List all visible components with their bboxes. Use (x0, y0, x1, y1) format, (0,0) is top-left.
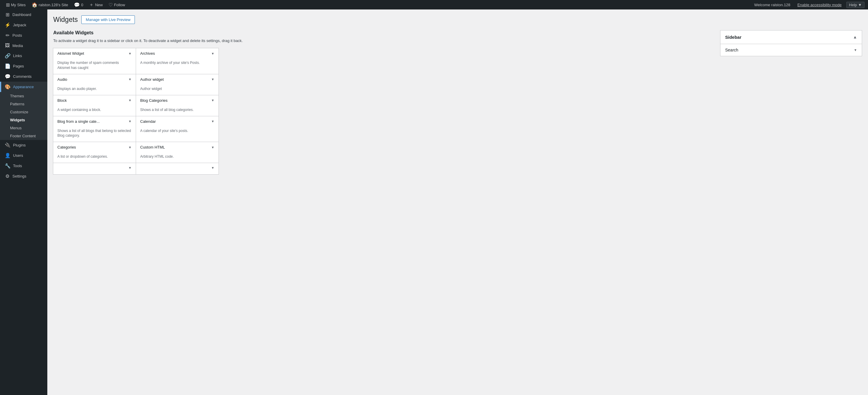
widget-blog-single[interactable]: Blog from a single cate... ▼ Shows a lis… (53, 116, 136, 142)
widget-blog-categories-header[interactable]: Blog Categories ▼ (136, 95, 219, 105)
sidebar-box: Sidebar ▲ Search ▼ (720, 30, 862, 56)
widget-extra-1-chevron: ▼ (128, 166, 132, 170)
menu-item-links[interactable]: 🔗 Links (0, 51, 47, 61)
menu-item-comments[interactable]: 💬 Comments (0, 71, 47, 82)
widget-archives[interactable]: Archives ▼ A monthly archive of your sit… (136, 48, 219, 74)
appearance-submenu: Themes Patterns Customize Widgets Menus … (0, 92, 47, 140)
enable-accessibility-label[interactable]: Enable accessibility mode (797, 3, 842, 7)
new-link[interactable]: ＋ New (87, 0, 105, 9)
pages-icon: 📄 (5, 63, 11, 69)
widget-author[interactable]: Author widget ▼ Author widget (136, 74, 219, 95)
page-header: Widgets Manage with Live Preview (53, 16, 862, 24)
widget-calendar-chevron: ▼ (211, 120, 214, 123)
menu-item-posts[interactable]: ✏ Posts (0, 30, 47, 40)
sidebar-panel: Sidebar ▲ Search ▼ (720, 30, 862, 175)
widget-block[interactable]: Block ▼ A widget containing a block. (53, 95, 136, 116)
menu-item-users[interactable]: 👤 Users (0, 150, 47, 161)
menu-label-media: Media (12, 43, 23, 48)
available-widgets-desc: To activate a widget drag it to a sideba… (53, 38, 711, 44)
users-icon: 👤 (5, 153, 11, 158)
enable-accessibility-link[interactable]: Enable accessibility mode (795, 3, 844, 7)
wp-icon: ⊞ (6, 2, 10, 8)
menu-item-plugins[interactable]: 🔌 Plugins (0, 140, 47, 150)
help-label: Help (849, 3, 857, 7)
widgets-grid: Akismet Widget ▼ Display the number of s… (53, 48, 219, 175)
widget-extra-2-header[interactable]: ▼ (136, 163, 219, 173)
media-icon: 🖼 (5, 43, 10, 48)
widget-audio-desc: Displays an audio player. (53, 85, 136, 95)
widget-akismet[interactable]: Akismet Widget ▼ Display the number of s… (53, 48, 136, 74)
widget-akismet-name: Akismet Widget (57, 51, 84, 56)
menu-label-users: Users (13, 153, 23, 158)
submenu-item-footer-content[interactable]: Footer Content (0, 132, 47, 140)
widget-audio-chevron: ▼ (128, 78, 132, 81)
widget-categories-chevron: ▼ (128, 146, 132, 149)
my-sites-label: My Sites (11, 3, 26, 7)
menu-label-tools: Tools (13, 163, 22, 168)
widget-akismet-desc: Display the number of spam comments Akis… (53, 59, 136, 74)
widget-block-header[interactable]: Block ▼ (53, 95, 136, 105)
submenu-item-widgets[interactable]: Widgets (0, 116, 47, 124)
sidebar-title: Sidebar (725, 35, 741, 40)
comments-icon: 💬 (74, 2, 80, 8)
widget-akismet-header[interactable]: Akismet Widget ▼ (53, 48, 136, 59)
widget-author-header[interactable]: Author widget ▼ (136, 74, 219, 85)
widget-extra-1[interactable]: ▼ (53, 163, 136, 175)
widget-blog-single-chevron: ▼ (128, 120, 132, 123)
widget-author-name: Author widget (140, 77, 164, 82)
available-widgets-section: Available Widgets To activate a widget d… (53, 30, 711, 175)
widget-categories[interactable]: Categories ▼ A list or dropdown of categ… (53, 142, 136, 163)
submenu-item-themes[interactable]: Themes (0, 92, 47, 100)
help-button[interactable]: Help ▼ (846, 2, 864, 8)
menu-item-tools[interactable]: 🔧 Tools (0, 161, 47, 171)
menu-label-pages: Pages (13, 64, 24, 68)
page-title: Widgets (53, 16, 78, 24)
widget-blog-categories[interactable]: Blog Categories ▼ Shows a list of all bl… (136, 95, 219, 116)
widget-categories-name: Categories (57, 145, 76, 149)
plus-icon: ＋ (89, 2, 94, 8)
follow-link[interactable]: ♡ Follow (106, 0, 127, 9)
submenu-item-patterns[interactable]: Patterns (0, 100, 47, 108)
menu-item-pages[interactable]: 📄 Pages (0, 61, 47, 71)
comments-link[interactable]: 💬 0 (71, 0, 86, 9)
widget-blog-single-header[interactable]: Blog from a single cate... ▼ (53, 116, 136, 127)
widget-block-chevron: ▼ (128, 98, 132, 102)
comments-nav-icon: 💬 (5, 74, 11, 79)
sidebar-search-chevron[interactable]: ▼ (854, 48, 857, 52)
site-name-link[interactable]: 🏠 ralston.128's Site (29, 0, 70, 9)
widget-custom-html-desc: Arbitrary HTML code. (136, 152, 219, 163)
welcome-message: Welcome ralston.128 (752, 3, 793, 7)
plugins-icon: 🔌 (5, 142, 11, 148)
widget-audio-header[interactable]: Audio ▼ (53, 74, 136, 85)
live-preview-button[interactable]: Manage with Live Preview (81, 16, 135, 24)
widget-calendar-header[interactable]: Calendar ▼ (136, 116, 219, 127)
tools-icon: 🔧 (5, 163, 11, 169)
heart-icon: ♡ (108, 2, 113, 8)
widget-extra-2[interactable]: ▼ (136, 163, 219, 175)
widget-custom-html[interactable]: Custom HTML ▼ Arbitrary HTML code. (136, 142, 219, 163)
widget-blog-single-desc: Shows a list of all blogs that belong to… (53, 127, 136, 142)
comments-count: 0 (81, 3, 83, 7)
site-name-label: ralston.128's Site (39, 3, 68, 7)
sidebar-search-widget[interactable]: Search ▼ (720, 44, 862, 56)
menu-label-links: Links (13, 54, 22, 58)
menu-item-settings[interactable]: ⚙ Settings (0, 171, 47, 181)
widget-archives-header[interactable]: Archives ▼ (136, 48, 219, 59)
menu-item-appearance[interactable]: 🎨 Appearance (0, 82, 47, 92)
submenu-item-menus[interactable]: Menus (0, 124, 47, 132)
widget-block-name: Block (57, 98, 67, 103)
widget-custom-html-name: Custom HTML (140, 145, 165, 149)
widget-categories-header[interactable]: Categories ▼ (53, 142, 136, 152)
menu-item-jetpack[interactable]: ⚡ Jetpack (0, 20, 47, 30)
menu-item-media[interactable]: 🖼 Media (0, 40, 47, 51)
sidebar-collapse-icon[interactable]: ▲ (853, 35, 857, 39)
widget-custom-html-header[interactable]: Custom HTML ▼ (136, 142, 219, 152)
menu-label-jetpack: Jetpack (13, 23, 26, 27)
my-sites-link[interactable]: ⊞ My Sites (4, 0, 28, 9)
widget-audio[interactable]: Audio ▼ Displays an audio player. (53, 74, 136, 95)
widget-calendar[interactable]: Calendar ▼ A calendar of your site's pos… (136, 116, 219, 142)
widget-archives-desc: A monthly archive of your site's Posts. (136, 59, 219, 69)
menu-item-dashboard[interactable]: ⊞ Dashboard (0, 9, 47, 20)
submenu-item-customize[interactable]: Customize (0, 108, 47, 116)
widget-extra-1-header[interactable]: ▼ (53, 163, 136, 173)
